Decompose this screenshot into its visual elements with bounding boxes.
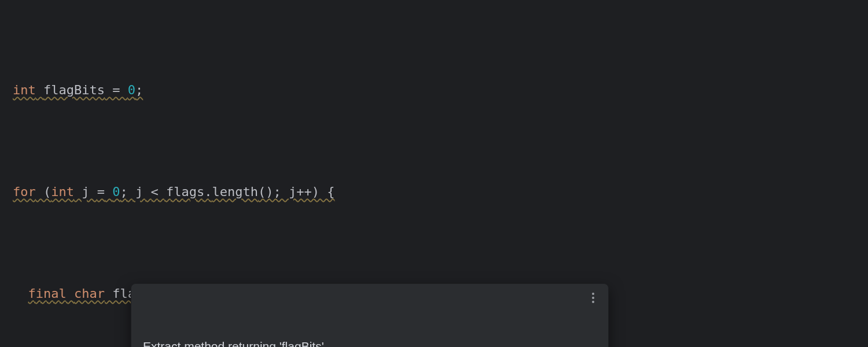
- code-editor[interactable]: int flagBits = 0; for (int j = 0; j < fl…: [0, 0, 868, 347]
- svg-point-0: [592, 293, 594, 295]
- identifier: flagBits: [43, 83, 105, 97]
- svg-point-1: [592, 297, 594, 299]
- more-options-icon[interactable]: [585, 290, 601, 306]
- intention-popup: Extract method returning 'flagBits' Extr…: [131, 283, 609, 347]
- keyword: int: [51, 184, 74, 199]
- number-literal: 0: [112, 184, 120, 199]
- code-line[interactable]: int flagBits = 0;: [0, 77, 868, 103]
- number-literal: 0: [128, 83, 135, 97]
- keyword: for: [13, 184, 36, 199]
- keyword: final: [28, 286, 67, 301]
- popup-title: Extract method returning 'flagBits': [143, 338, 598, 347]
- keyword: char: [74, 286, 105, 301]
- svg-point-2: [592, 301, 594, 303]
- method-call: length: [212, 184, 258, 199]
- keyword: int: [13, 83, 36, 97]
- code-line[interactable]: for (int j = 0; j < flags.length(); j++)…: [0, 179, 868, 205]
